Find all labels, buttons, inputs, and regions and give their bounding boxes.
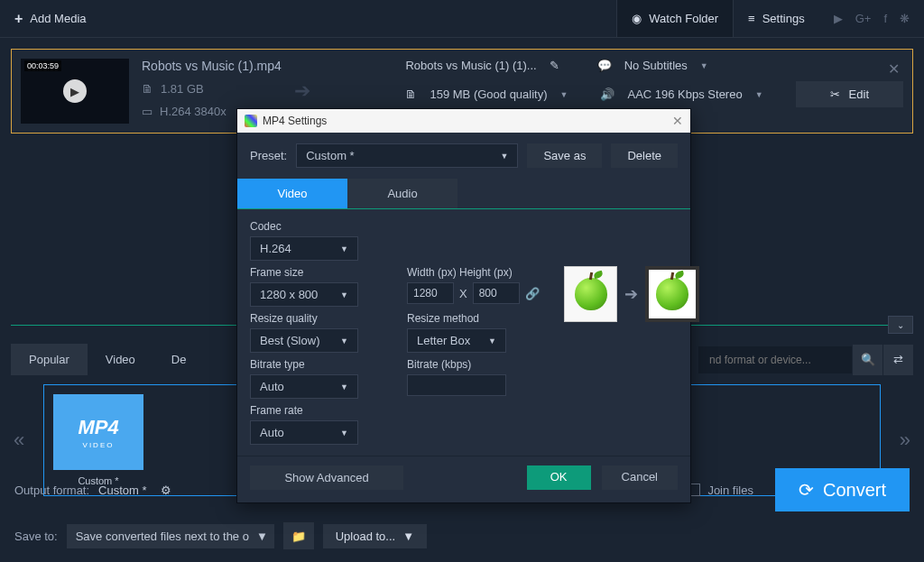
preset-sub: VIDEO [83,441,115,449]
edit-button[interactable]: ✂ Edit [796,81,903,107]
chevron-down-icon: ▼ [340,428,348,438]
resize-quality-label: Resize quality [250,312,394,325]
save-to-value: Save converted files next to the o [76,530,249,543]
codec-value: H.264 [260,242,291,255]
app-icon [245,115,257,127]
dialog-title: MP4 Settings [263,115,327,127]
cancel-button[interactable]: Cancel [602,465,678,490]
framesize-select[interactable]: 1280 x 800 ▼ [250,282,358,307]
codec-select[interactable]: H.264 ▼ [250,236,358,261]
play-icon[interactable]: ▶ [63,79,87,103]
watch-folder-button[interactable]: ◉ Watch Folder [616,0,733,37]
chevron-down-icon: ▼ [340,382,348,392]
chevron-down-icon[interactable]: ▼ [560,90,568,99]
audio-icon: 🔊 [600,88,614,101]
close-icon[interactable]: ✕ [888,60,900,78]
save-as-button[interactable]: Save as [527,143,602,168]
upload-label: Upload to... [336,530,396,543]
join-files-label: Join files [707,484,753,497]
search-icon: 🔍 [861,353,875,366]
youtube-icon[interactable]: ▶ [834,12,843,25]
file-size: 1.81 GB [161,82,204,96]
convert-label: Convert [823,480,886,501]
codec-label: Codec [250,220,394,233]
file-title: Robots vs Music (1).mp4 [142,59,282,73]
subtitles-icon: 💬 [597,59,612,72]
tab-devices[interactable]: De [153,344,205,375]
menu-icon: ≡ [748,12,755,25]
tab-video[interactable]: Video [237,179,347,208]
camera-icon: ◉ [632,12,642,25]
watch-folder-label: Watch Folder [649,12,718,25]
file-codec: H.264 3840x [160,105,226,118]
plus-icon: + [14,11,23,27]
ok-button[interactable]: OK [527,465,591,490]
add-media-button[interactable]: + Add Media [0,11,101,27]
next-preset-button[interactable]: » [900,428,910,452]
arrow-icon: ➔ [624,284,638,304]
search-button[interactable]: 🔍 [852,345,882,375]
chevron-down-icon[interactable]: ▼ [700,61,708,70]
upload-to-select[interactable]: Upload to... ▼ [323,524,427,548]
frame-rate-label: Frame rate [250,404,394,417]
preset-name: MP4 [78,416,118,439]
lock-icon[interactable]: 🔗 [525,287,540,300]
gear-icon[interactable]: ⚙ [156,480,176,500]
edit-name-icon[interactable]: ✎ [550,59,559,72]
resolution-icon: ▭ [142,105,152,118]
width-input[interactable] [407,282,454,304]
resize-method-value: Letter Box [417,334,470,347]
file-icon: 🗎 [142,82,153,96]
show-advanced-button[interactable]: Show Advanced [250,465,403,490]
facebook-icon[interactable]: f [883,12,887,25]
dialog-titlebar[interactable]: MP4 Settings ✕ [237,109,690,133]
output-size[interactable]: 159 MB (Good quality) [430,88,547,101]
preview-after [645,266,699,322]
video-thumbnail[interactable]: 00:03:59 ▶ [21,59,129,124]
chevron-down-icon[interactable]: ▼ [755,90,763,99]
wh-label: Width (px) Height (px) [407,266,551,279]
close-icon[interactable]: ✕ [672,114,683,128]
bitrate-label: Bitrate (kbps) [407,358,551,371]
dialog-tabs: Video Audio [237,179,690,208]
bitrate-type-select[interactable]: Auto ▼ [250,374,358,399]
preset-select[interactable]: Custom * ▼ [296,143,518,168]
height-input[interactable] [473,282,520,304]
resize-quality-select[interactable]: Best (Slow) ▼ [250,328,358,353]
collapse-toggle[interactable]: ⌄ [888,316,913,334]
framesize-label: Frame size [250,266,394,279]
globe-icon[interactable]: ❋ [900,12,910,25]
subtitles-value[interactable]: No Subtitles [624,59,688,72]
mp4-settings-dialog: MP4 Settings ✕ Preset: Custom * ▼ Save a… [236,108,691,503]
prev-preset-button[interactable]: « [14,428,24,452]
search-input[interactable] [698,346,852,373]
tab-video[interactable]: Video [88,344,153,375]
top-bar: + Add Media ◉ Watch Folder ≡ Settings ▶ … [0,0,924,38]
add-media-label: Add Media [30,12,86,25]
tab-popular[interactable]: Popular [11,344,88,375]
delete-button[interactable]: Delete [611,143,678,168]
chevron-down-icon: ▼ [402,530,414,543]
convert-button[interactable]: ⟳ Convert [775,468,910,511]
frame-rate-value: Auto [260,426,284,439]
resize-method-label: Resize method [407,312,551,325]
device-detect-button[interactable]: ⇄ [882,345,913,375]
device-icon: ⇄ [893,353,903,366]
resize-method-select[interactable]: Letter Box ▼ [407,328,506,353]
folder-icon: 📁 [291,530,306,543]
resize-quality-value: Best (Slow) [260,334,319,347]
output-name: Robots vs Music (1) (1)... [405,59,536,72]
audio-value[interactable]: AAC 196 Kbps Stereo [627,88,742,101]
bitrate-input[interactable] [407,374,506,396]
save-to-select[interactable]: Save converted files next to the o ▼ [67,524,274,548]
chevron-down-icon: ▼ [256,530,268,543]
googleplus-icon[interactable]: G+ [855,12,872,25]
output-format-value: Custom * [98,484,146,497]
settings-label: Settings [762,12,805,25]
timestamp: 00:03:59 [24,60,61,71]
scissors-icon: ✂ [830,88,840,101]
frame-rate-select[interactable]: Auto ▼ [250,420,358,445]
settings-button[interactable]: ≡ Settings [733,0,819,37]
tab-audio[interactable]: Audio [347,179,457,208]
browse-folder-button[interactable]: 📁 [283,522,314,549]
